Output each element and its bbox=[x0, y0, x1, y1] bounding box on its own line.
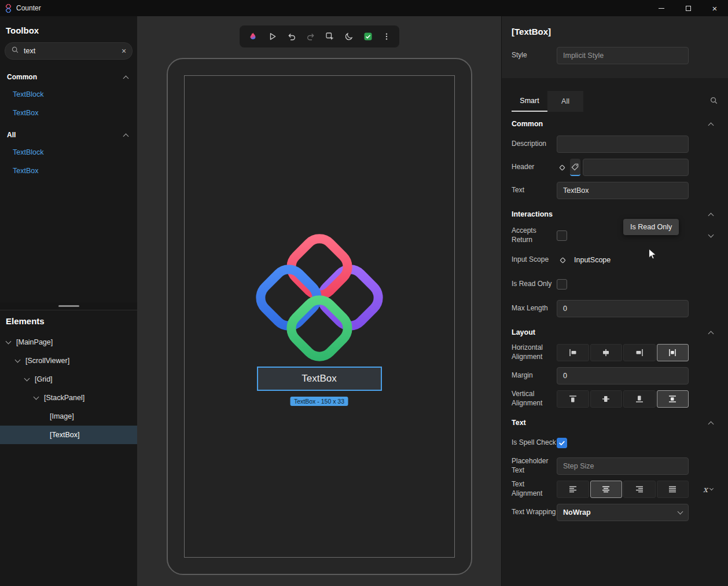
accepts-return-row: Accepts Return bbox=[502, 223, 728, 248]
h-align-left-button[interactable] bbox=[557, 344, 589, 361]
is-read-only-checkbox[interactable] bbox=[557, 279, 567, 290]
search-input[interactable] bbox=[24, 47, 117, 55]
margin-input[interactable] bbox=[557, 367, 689, 384]
v-align-bottom-button[interactable] bbox=[623, 390, 656, 408]
h-align-stretch-button[interactable] bbox=[657, 344, 689, 361]
tree-item-image[interactable]: [Image] bbox=[0, 407, 137, 426]
properties-search-icon[interactable] bbox=[709, 96, 718, 107]
text-align-center-button[interactable] bbox=[590, 481, 623, 498]
is-read-only-label: Is Read Only bbox=[512, 280, 557, 289]
maximize-button[interactable] bbox=[675, 0, 701, 16]
binding-marker-icon[interactable] bbox=[557, 251, 568, 269]
selected-element-title: [TextBox] bbox=[512, 27, 718, 36]
text-align-right-button[interactable] bbox=[623, 481, 656, 498]
section-layout[interactable]: Layout bbox=[502, 324, 728, 341]
play-icon[interactable] bbox=[268, 32, 277, 41]
tab-all[interactable]: All bbox=[547, 91, 583, 112]
vertical-alignment-row: Vertical Alignment bbox=[502, 387, 728, 411]
binding-marker-icon[interactable] bbox=[557, 159, 568, 176]
chevron-up-icon bbox=[708, 331, 714, 336]
hot-reload-flame-icon[interactable] bbox=[248, 32, 258, 42]
sidebar-splitter[interactable] bbox=[0, 302, 137, 310]
close-button[interactable]: × bbox=[701, 0, 728, 16]
v-align-stretch-button[interactable] bbox=[657, 390, 689, 408]
elements-panel: Elements [MainPage] [ScrollViewer] [Grid… bbox=[0, 310, 137, 586]
minimize-icon bbox=[659, 8, 664, 9]
properties-panel: [TextBox] Style Smart All Common Descrip… bbox=[501, 16, 728, 586]
section-interactions[interactable]: Interactions bbox=[502, 206, 728, 223]
toolbox-panel: Toolbox × Common TextBlock TextBox All T… bbox=[0, 16, 137, 302]
v-align-top-button[interactable] bbox=[557, 390, 589, 408]
xaml-expression-toggle[interactable]: x bbox=[703, 485, 713, 494]
text-wrapping-dropdown[interactable]: NoWrap bbox=[557, 504, 689, 521]
chevron-down-icon[interactable] bbox=[14, 357, 20, 363]
v-align-center-button[interactable] bbox=[590, 390, 623, 408]
max-length-input[interactable] bbox=[557, 300, 689, 317]
tree-item-grid[interactable]: [Grid] bbox=[0, 370, 137, 389]
text-alignment-label: Text Alignment bbox=[512, 480, 557, 498]
section-common[interactable]: Common bbox=[502, 115, 728, 133]
text-align-left-button[interactable] bbox=[557, 481, 589, 498]
margin-row: Margin bbox=[502, 364, 728, 387]
undo-icon[interactable] bbox=[287, 32, 296, 41]
tree-item-mainpage[interactable]: [MainPage] bbox=[0, 333, 137, 351]
toolbox-item-textbox[interactable]: TextBox bbox=[0, 104, 137, 122]
horizontal-alignment-row: Horizontal Alignment bbox=[502, 341, 728, 364]
tag-icon[interactable] bbox=[570, 159, 581, 176]
tree-item-scrollviewer[interactable]: [ScrollViewer] bbox=[0, 351, 137, 370]
h-align-right-button[interactable] bbox=[623, 344, 656, 361]
max-length-row: Max Length bbox=[502, 297, 728, 320]
chevron-down-icon[interactable] bbox=[5, 339, 11, 345]
is-spell-check-checkbox[interactable] bbox=[557, 438, 567, 448]
chevron-up-icon bbox=[123, 75, 129, 81]
toolbox-section-common[interactable]: Common bbox=[0, 69, 137, 85]
chevron-up-icon bbox=[708, 213, 714, 218]
elements-tree: [MainPage] [ScrollViewer] [Grid] [StackP… bbox=[0, 333, 137, 444]
text-alignment-row: Text Alignment x bbox=[502, 478, 728, 501]
chevron-down-icon[interactable] bbox=[33, 394, 39, 400]
style-input[interactable] bbox=[557, 47, 689, 64]
chevron-up-icon bbox=[708, 421, 714, 427]
text-input[interactable] bbox=[557, 182, 689, 199]
validation-check-icon[interactable] bbox=[363, 32, 373, 41]
clear-search-icon[interactable]: × bbox=[122, 46, 126, 56]
h-align-center-button[interactable] bbox=[590, 344, 623, 361]
placeholder-text-input[interactable] bbox=[557, 457, 689, 475]
minimize-button[interactable] bbox=[648, 0, 675, 16]
element-picker-icon[interactable] bbox=[325, 32, 334, 41]
style-label: Style bbox=[512, 51, 557, 60]
toolbox-title: Toolbox bbox=[0, 16, 137, 35]
header-label: Header bbox=[512, 163, 557, 172]
description-input[interactable] bbox=[557, 135, 689, 153]
margin-label: Margin bbox=[512, 371, 557, 380]
tree-item-textbox[interactable]: [TextBox] bbox=[0, 426, 137, 444]
header-row: Header bbox=[502, 156, 728, 179]
is-read-only-tooltip: Is Read Only bbox=[623, 219, 679, 235]
splitter-grip bbox=[58, 305, 79, 307]
toolbox-item-textblock[interactable]: TextBlock bbox=[0, 85, 137, 104]
redo-icon[interactable] bbox=[306, 32, 315, 41]
chevron-down-icon[interactable] bbox=[24, 376, 30, 382]
more-options-kebab-icon[interactable] bbox=[383, 32, 391, 41]
text-align-justify-button[interactable] bbox=[657, 481, 689, 498]
toolbox-item-textblock[interactable]: TextBlock bbox=[0, 143, 137, 162]
toolbox-search[interactable]: × bbox=[5, 42, 133, 60]
app-logo-image[interactable] bbox=[253, 231, 386, 367]
designed-textbox-element[interactable]: TextBox bbox=[257, 367, 382, 391]
tree-item-stackpanel[interactable]: [StackPanel] bbox=[0, 389, 137, 407]
chevron-up-icon bbox=[123, 133, 129, 139]
device-screen: TextBox TextBox - 150 x 33 bbox=[184, 75, 455, 558]
is-read-only-row: Is Read Only bbox=[502, 272, 728, 297]
accepts-return-checkbox[interactable] bbox=[557, 230, 567, 241]
window-title: Counter bbox=[16, 4, 41, 12]
section-text[interactable]: Text bbox=[502, 414, 728, 431]
header-input[interactable] bbox=[583, 159, 689, 176]
toolbox-item-textbox[interactable]: TextBox bbox=[0, 162, 137, 180]
text-row: Text bbox=[502, 179, 728, 202]
placeholder-text-row: Placeholder Text bbox=[502, 455, 728, 478]
theme-toggle-moon-icon[interactable] bbox=[344, 32, 354, 41]
row-expander-chevron-icon[interactable] bbox=[708, 232, 714, 238]
app-logo-icon bbox=[0, 4, 16, 13]
toolbox-section-all[interactable]: All bbox=[0, 127, 137, 143]
tab-smart[interactable]: Smart bbox=[512, 91, 547, 112]
